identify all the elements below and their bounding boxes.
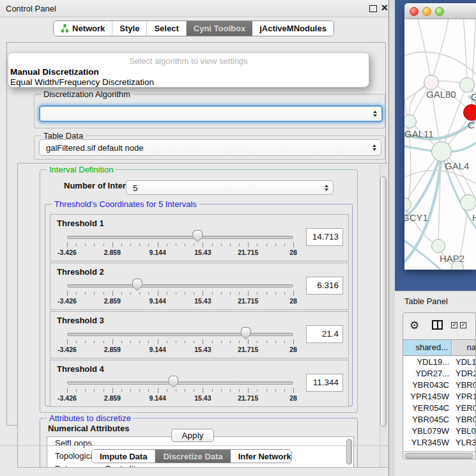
zoom-traffic-light[interactable] [435,7,444,16]
bottom-tab-infer-network[interactable]: Infer Network [231,450,292,463]
vertical-scrollbar-track[interactable] [380,164,388,467]
tab-label: Network [72,24,105,33]
slider-ticks [67,242,293,248]
algorithm-option-equal-width[interactable]: Equal Width/Frequency Discretization [10,77,154,87]
network-window-titlebar[interactable] [404,3,476,19]
table-row[interactable]: YBR045CYBR0 [403,414,475,426]
attribute-list-item[interactable]: BetweennessCentrality [47,463,353,468]
thresholds-group-label: Threshold's Coordinates for 5 Intervals [52,199,199,209]
cell-name[interactable]: YBL0 [456,426,475,437]
network-node-gal80[interactable] [424,75,439,90]
cell-shared-name[interactable]: YDL19... [403,357,449,368]
cell-shared-name[interactable]: YBR045C [403,414,449,426]
main-window-edge [388,0,395,476]
algorithm-option-manual[interactable]: Manual Discretization [10,67,99,77]
table-row[interactable]: YDL19...YDL1 [403,357,475,368]
network-node-h[interactable] [460,194,476,211]
table-data-combobox[interactable]: galFiltered.sif default node [39,139,381,156]
node-label: GAL4 [445,160,469,171]
apply-button[interactable]: Apply [171,429,214,442]
network-canvas[interactable]: GAL80GACGAL11GAL4GCY1HHAP2 [404,19,476,270]
tab-network[interactable]: Network [54,21,112,36]
checkbox-icon[interactable]: ✓ [451,322,457,328]
cell-shared-name[interactable]: YER054C [403,403,449,414]
cell-name[interactable]: YLR3 [456,437,475,449]
bottom-tab-discretize-data[interactable]: Discretize Data [155,450,230,463]
bottom-tab-impute-data[interactable]: Impute Data [92,450,155,463]
threshold-box-4: Threshold 4-3.4262.8599.14415.4321.71528… [50,360,349,407]
slider-track[interactable] [67,333,293,336]
bottom-separator [0,445,395,446]
columns-icon[interactable] [432,320,443,330]
close-icon[interactable]: ✕ [381,3,388,13]
screenshot-root: Control Panel ✕ NetworkStyleSelectCyni T… [0,0,476,476]
node-label: GAL80 [426,89,456,100]
network-node[interactable] [451,261,464,270]
slider-track[interactable] [67,284,293,288]
table-row[interactable]: YER054CYER0 [403,403,475,414]
window-title: Control Panel [6,4,56,13]
cell-shared-name[interactable]: YPR145W [403,391,449,403]
cell-shared-name[interactable]: YLR345W [403,437,449,449]
slider-thumb[interactable] [192,230,203,242]
slider-ticks [67,291,293,296]
table-panel-toolbar: ⚙ ✓ ✓ [403,313,475,339]
tab-label: Discretize Data [163,452,222,461]
tab-label: Style [119,24,139,33]
list-scrollbar-thumb[interactable] [346,439,352,464]
horizontal-scrollbar-track[interactable] [403,451,475,459]
threshold-value-field[interactable]: 11.344 [306,374,343,392]
slider-thumb[interactable] [132,279,142,291]
table-row[interactable]: YLR345WYLR3 [403,437,475,449]
table-row[interactable]: YBR043CYBR0 [403,380,475,391]
top-tab-bar: NetworkStyleSelectCyni ToolboxjActiveMNo… [53,20,334,36]
table-row[interactable]: YBL079WYBL0 [403,426,475,437]
slider-track[interactable] [67,381,293,385]
checkbox-icon[interactable]: ✓ [460,322,466,328]
cell-name[interactable]: YDL1 [456,357,475,368]
tab-select[interactable]: Select [147,21,186,36]
cell-name[interactable]: YPR1 [456,391,475,403]
tab-cyni-toolbox[interactable]: Cyni Toolbox [187,21,252,36]
cell-name[interactable]: YBR0 [456,414,475,426]
threshold-label: Threshold 3 [57,316,104,325]
number-of-intervals-combobox[interactable]: 5 [126,180,334,195]
cell-name[interactable]: YER0 [456,403,475,414]
cell-shared-name[interactable]: YBR043C [403,380,449,391]
close-traffic-light[interactable] [410,7,418,16]
threshold-value-field[interactable]: 6.316 [306,277,343,295]
interval-definition-label: Interval Definition [47,165,116,174]
cell-shared-name[interactable]: YBL079W [403,426,449,437]
gear-icon[interactable]: ⚙ [410,319,419,332]
threshold-value-field[interactable]: 21.4 [306,325,343,343]
threshold-box-1: Threshold 1-3.4262.8599.14415.4321.71528… [50,214,349,261]
table-row[interactable]: YPR145WYPR1 [403,391,475,403]
float-window-icon[interactable] [369,5,377,12]
combo-stepper-icon [373,111,377,117]
cell-shared-name[interactable]: YDR27... [403,368,449,380]
vertical-scrollbar-thumb[interactable] [380,176,387,427]
table-row[interactable]: YDR27...YDR2 [403,368,475,380]
cell-name[interactable]: YDR2 [456,368,475,380]
number-of-intervals-value: 5 [133,183,137,192]
algorithm-combobox[interactable] [39,105,383,122]
slider-scale-labels: -3.4262.8599.14415.4321.71528 [67,249,293,257]
network-node-c[interactable] [463,104,476,121]
cell-name[interactable]: YBR0 [456,380,475,391]
slider-thumb[interactable] [168,376,178,388]
minimize-traffic-light[interactable] [422,7,431,16]
column-header-shared-name[interactable]: shared... [403,340,452,355]
tab-jactivemnodules[interactable]: jActiveMNodules [252,21,334,36]
horizontal-scrollbar-thumb[interactable] [405,453,473,459]
column-header-name[interactable]: na [452,340,476,355]
tab-style[interactable]: Style [112,21,147,36]
slider-track[interactable] [67,236,293,239]
tab-label: jActiveMNodules [259,24,326,33]
threshold-value-field[interactable]: 14.713 [306,228,343,246]
attributes-group-label: Attributes to discretize [47,413,134,423]
slider-thumb[interactable] [241,327,251,339]
network-node-hap2[interactable] [431,239,445,253]
network-node-ga[interactable] [459,77,475,93]
network-node-gal4[interactable] [431,141,452,162]
threshold-box-2: Threshold 2-3.4262.8599.14415.4321.71528… [50,263,349,310]
